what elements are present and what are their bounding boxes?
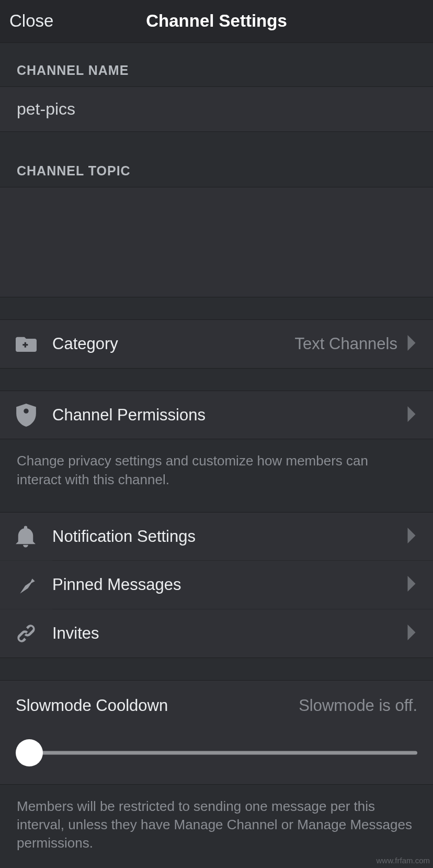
row-invites-label: Invites: [52, 624, 99, 643]
watermark: www.frfam.com: [376, 856, 430, 865]
row-permissions-label: Channel Permissions: [52, 406, 206, 425]
chevron-right-icon: [406, 576, 417, 594]
slowmode-help-text: Members will be restricted to sending on…: [0, 785, 433, 868]
close-button[interactable]: Close: [9, 11, 53, 31]
row-category-label: Category: [52, 335, 118, 353]
row-notifications-label: Notification Settings: [52, 527, 196, 546]
chevron-right-icon: [406, 528, 417, 546]
header: Close Channel Settings: [0, 0, 433, 43]
pin-icon: [16, 574, 52, 595]
channel-name-input[interactable]: [17, 99, 416, 119]
row-permissions[interactable]: Channel Permissions: [0, 391, 433, 439]
bell-icon: [16, 526, 52, 548]
permissions-help-text: Change privacy settings and customize ho…: [0, 439, 433, 511]
slowmode-title: Slowmode Cooldown: [16, 696, 168, 715]
chevron-right-icon: [406, 625, 417, 642]
row-pinned-label: Pinned Messages: [52, 575, 181, 594]
slowmode-slider[interactable]: [16, 739, 417, 766]
chevron-right-icon: [406, 406, 417, 424]
folder-plus-icon: [16, 335, 52, 353]
channel-name-row[interactable]: [0, 87, 433, 131]
row-invites[interactable]: Invites: [0, 609, 433, 658]
channel-name-label: CHANNEL NAME: [0, 43, 433, 86]
slider-track: [29, 751, 417, 754]
shield-user-icon: [16, 404, 52, 427]
slider-thumb[interactable]: [16, 739, 43, 766]
channel-topic-input[interactable]: [0, 187, 433, 297]
row-category-value: Text Channels: [295, 335, 397, 353]
chevron-right-icon: [406, 335, 417, 353]
channel-topic-label: CHANNEL TOPIC: [0, 132, 433, 187]
page-title: Channel Settings: [0, 11, 433, 31]
row-category[interactable]: Category Text Channels: [0, 320, 433, 368]
link-icon: [16, 623, 52, 644]
slowmode-status: Slowmode is off.: [299, 696, 417, 715]
slowmode-section: Slowmode Cooldown Slowmode is off.: [0, 681, 433, 784]
row-notifications[interactable]: Notification Settings: [0, 513, 433, 561]
row-pinned[interactable]: Pinned Messages: [0, 561, 433, 609]
